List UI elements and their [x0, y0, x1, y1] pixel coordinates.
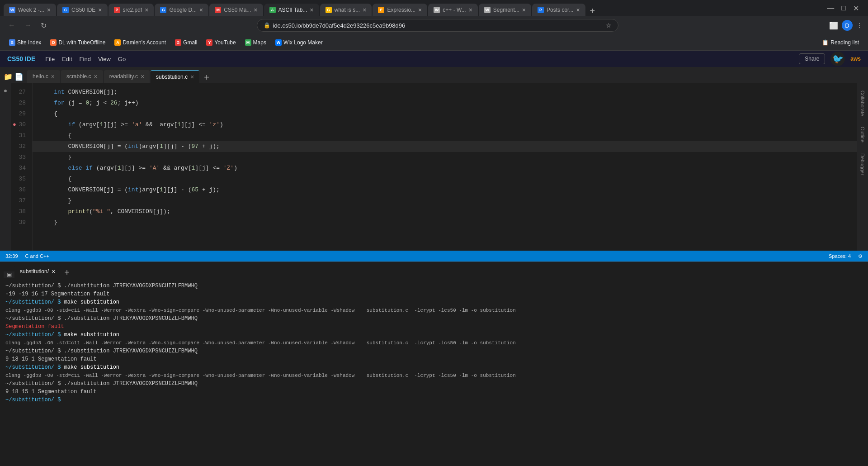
- collaborate-label[interactable]: Collaborate: [859, 87, 866, 119]
- bm-label-youtube: YouTube: [214, 39, 236, 46]
- tab-close-cppw[interactable]: ×: [469, 6, 472, 14]
- tab-label-postscor: Posts cor...: [547, 7, 573, 13]
- terminal-tab[interactable]: substitution/ ×: [14, 265, 61, 278]
- file-tab-readabilityc[interactable]: readability.c ×: [104, 70, 150, 83]
- address-bar-row: ← → ↻ 🔒 ide.cs50.io/bb9de7d0af5e4d2e9322…: [0, 16, 868, 34]
- new-tab-button[interactable]: +: [586, 6, 599, 16]
- menu-item-edit[interactable]: Edit: [59, 54, 75, 64]
- bookmark-dltubeoffline[interactable]: D DL with TubeOffline: [47, 38, 109, 48]
- menu-item-go[interactable]: Go: [115, 54, 128, 64]
- status-bar: 32:39 C and C++ Spaces: 4 ⚙: [0, 251, 868, 262]
- bookmark-youtube[interactable]: Y YouTube: [203, 38, 239, 48]
- tab-close-asciitab[interactable]: ×: [310, 6, 313, 14]
- terminal-tab-close[interactable]: ×: [52, 268, 55, 275]
- bookmarks-right: 📋 Reading list: [818, 38, 863, 48]
- tab-close-postscor[interactable]: ×: [576, 6, 580, 14]
- tab-list: W Week 2 -... × C CS50 IDE × P src2.pdf …: [4, 0, 821, 16]
- new-file-button[interactable]: +: [200, 72, 213, 83]
- back-button[interactable]: ←: [5, 19, 18, 31]
- tab-close-cs50ide[interactable]: ×: [98, 6, 102, 14]
- extensions-icon[interactable]: ⬜: [829, 21, 838, 30]
- tab-label-src2pdf: src2.pdf: [123, 7, 142, 13]
- line-number-31: 31: [11, 130, 28, 141]
- file-tab-close-substitutionc[interactable]: ×: [190, 73, 194, 81]
- bm-favicon-youtube: Y: [206, 39, 212, 46]
- tab-close-segment[interactable]: ×: [522, 6, 526, 14]
- line-number-37: 37: [11, 195, 28, 206]
- code-line-31: {: [33, 130, 857, 141]
- file-tab-helloc[interactable]: hello.c ×: [27, 70, 60, 83]
- bookmark-siteindex[interactable]: S Site Index: [5, 38, 45, 48]
- address-bar[interactable]: 🔒 ide.cs50.io/bb9de7d0af5e4d2e93226c5ea9…: [257, 19, 618, 32]
- menu-item-file[interactable]: File: [42, 54, 57, 64]
- tab-close-cs50mail[interactable]: ×: [254, 6, 257, 14]
- menu-icon[interactable]: ⋮: [856, 22, 863, 29]
- folder-icon[interactable]: 📁: [4, 72, 13, 81]
- tab-close-expression[interactable]: ×: [418, 6, 422, 14]
- close-button[interactable]: ✕: [851, 2, 861, 14]
- outline-label[interactable]: Outline: [859, 123, 866, 146]
- file-tab-close-helloc[interactable]: ×: [51, 73, 55, 80]
- tab-postscor[interactable]: P Posts cor... ×: [532, 4, 585, 16]
- file-tab-substitutionc[interactable]: substitution.c ×: [151, 70, 199, 83]
- tab-close-whatiss[interactable]: ×: [363, 6, 366, 14]
- reading-list-button[interactable]: 📋 Reading list: [818, 38, 863, 48]
- profile-icon[interactable]: D: [842, 20, 853, 31]
- tab-whatiss[interactable]: G what is s... ×: [320, 4, 372, 16]
- new-terminal-button[interactable]: +: [61, 267, 73, 278]
- file-tab-close-scrabblec[interactable]: ×: [94, 73, 98, 80]
- tab-segment[interactable]: W Segment... ×: [479, 4, 531, 16]
- bookmark-wixlogo[interactable]: W Wix Logo Maker: [272, 38, 326, 48]
- tab-favicon-week2: W: [9, 7, 15, 13]
- bm-favicon-wixlogo: W: [275, 39, 282, 46]
- terminal-line: clang -ggdb3 -O0 -std=c11 -Wall -Werror …: [5, 371, 863, 380]
- menu-item-view[interactable]: View: [95, 54, 113, 64]
- share-button[interactable]: Share: [799, 53, 825, 64]
- bookmark-damiensaccount[interactable]: A Damien's Account: [111, 38, 170, 48]
- bm-label-siteindex: Site Index: [17, 39, 41, 46]
- debugger-label[interactable]: Debugger: [859, 150, 866, 179]
- code-line-38: printf("%i ", CONVERSION[j]);: [33, 206, 857, 217]
- tab-favicon-cs50ide: C: [62, 7, 69, 13]
- file-tab-close-readabilityc[interactable]: ×: [141, 73, 144, 80]
- tab-cppw[interactable]: W c++ - W... ×: [428, 4, 478, 16]
- tab-label-cs50ide: CS50 IDE: [71, 7, 95, 13]
- minimize-button[interactable]: —: [825, 2, 836, 14]
- tab-close-src2pdf[interactable]: ×: [145, 6, 148, 14]
- tab-asciitab[interactable]: A ASCII Tab... ×: [264, 4, 319, 16]
- tab-src2pdf[interactable]: P src2.pdf ×: [108, 4, 154, 16]
- tab-favicon-segment: W: [484, 7, 491, 13]
- code-line-34: else if (argv[1][j] >= 'A' && argv[1][j]…: [33, 163, 857, 174]
- reload-button[interactable]: ↻: [38, 19, 49, 32]
- code-area[interactable]: int CONVERSION[j]; for (j = 0; j < 26; j…: [33, 83, 857, 251]
- tab-week2[interactable]: W Week 2 -... ×: [4, 4, 56, 16]
- editor-section: ● 27282930313233343536373839 int CONVERS…: [0, 83, 868, 251]
- star-icon[interactable]: ☆: [606, 22, 612, 29]
- terminal-icon: ▣: [7, 271, 12, 278]
- line-number-27: 27: [11, 87, 28, 98]
- tab-cs50ide[interactable]: C CS50 IDE ×: [57, 4, 108, 16]
- file-icon[interactable]: 📄: [14, 72, 24, 81]
- bm-favicon-dltubeoffline: D: [50, 39, 57, 46]
- terminal-line: ~/substitution/ $ make substitution: [5, 331, 863, 339]
- menu-item-find[interactable]: Find: [77, 54, 94, 64]
- code-line-30: if (argv[1][j] >= 'a' && argv[1][j] <= '…: [33, 119, 857, 130]
- terminal-tabs: ▣ substitution/ × +: [0, 262, 868, 278]
- tab-expression[interactable]: E Expressio... ×: [373, 4, 427, 16]
- bookmark-gmail[interactable]: G Gmail: [171, 38, 201, 48]
- tab-label-cppw: c++ - W...: [443, 7, 466, 13]
- tab-cs50mail[interactable]: M CS50 Ma... ×: [209, 4, 263, 16]
- code-line-29: {: [33, 109, 857, 119]
- maximize-button[interactable]: □: [840, 2, 848, 14]
- settings-icon[interactable]: ⚙: [858, 253, 863, 259]
- bookmark-maps[interactable]: M Maps: [241, 38, 270, 48]
- line-number-34: 34: [11, 163, 28, 174]
- forward-button[interactable]: →: [22, 19, 34, 31]
- tab-googledoc[interactable]: G Google D... ×: [155, 4, 208, 16]
- tab-close-week2[interactable]: ×: [47, 6, 51, 14]
- file-tab-label-helloc: hello.c: [33, 73, 48, 80]
- file-tabs: 📁 📄 hello.c × scrabble.c × readability.c…: [0, 67, 868, 83]
- file-tab-scrabblec[interactable]: scrabble.c ×: [61, 70, 103, 83]
- tab-close-googledoc[interactable]: ×: [199, 6, 203, 14]
- code-line-37: }: [33, 195, 857, 206]
